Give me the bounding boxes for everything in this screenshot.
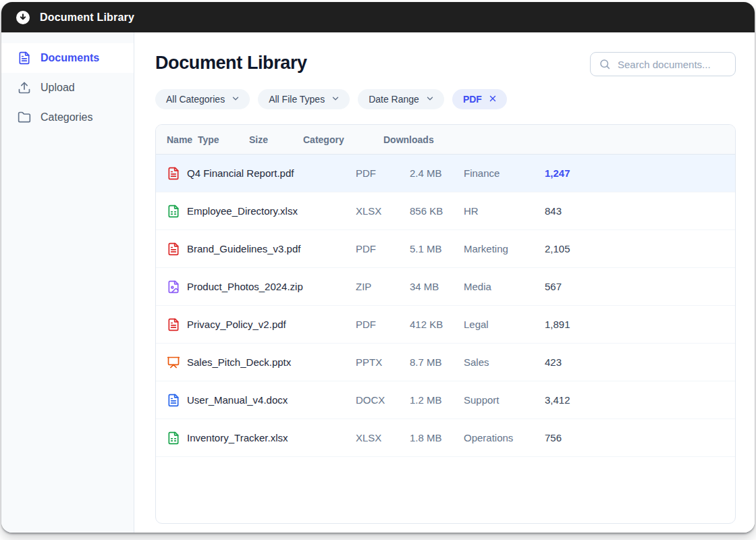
sidebar-item-upload[interactable]: Upload bbox=[1, 73, 134, 103]
filter-bar: All Categories All File Types Date Range bbox=[155, 89, 736, 109]
filter-label: All Categories bbox=[166, 94, 225, 105]
file-type: XLSX bbox=[356, 205, 410, 217]
file-name-cell: Inventory_Tracker.xlsx bbox=[167, 431, 356, 445]
column-header-downloads: Downloads bbox=[383, 134, 434, 145]
table-row[interactable]: Product_Photos_2024.zip ZIP 34 MB Media … bbox=[156, 268, 735, 306]
table-body: Q4 Financial Report.pdf PDF 2.4 MB Finan… bbox=[156, 155, 735, 457]
column-header-name: Name bbox=[167, 134, 198, 145]
upload-icon bbox=[18, 81, 31, 94]
column-header-category: Category bbox=[303, 134, 383, 145]
chevron-down-icon bbox=[231, 94, 240, 105]
spreadsheet-file-icon bbox=[167, 431, 180, 445]
x-icon[interactable] bbox=[488, 94, 497, 105]
file-downloads: 1,891 bbox=[545, 319, 570, 330]
table-row[interactable]: User_Manual_v4.docx DOCX 1.2 MB Support … bbox=[156, 381, 735, 419]
file-size: 856 KB bbox=[410, 205, 464, 217]
search-input[interactable] bbox=[590, 52, 736, 76]
file-name-cell: Product_Photos_2024.zip bbox=[167, 280, 356, 294]
page-title: Document Library bbox=[155, 51, 307, 74]
table-row[interactable]: Inventory_Tracker.xlsx XLSX 1.8 MB Opera… bbox=[156, 419, 735, 457]
file-size: 8.7 MB bbox=[410, 356, 464, 368]
chevron-down-icon bbox=[331, 94, 340, 105]
file-size: 412 KB bbox=[410, 319, 464, 330]
file-name: User_Manual_v4.docx bbox=[187, 394, 288, 406]
file-type: XLSX bbox=[356, 432, 410, 443]
sidebar-item-label: Categories bbox=[40, 111, 92, 124]
file-name: Employee_Directory.xlsx bbox=[187, 205, 298, 217]
active-filter-label: PDF bbox=[463, 94, 482, 105]
main-content: Document Library All Categories bbox=[134, 32, 755, 533]
file-category: Finance bbox=[464, 167, 545, 179]
file-name: Q4 Financial Report.pdf bbox=[187, 167, 294, 179]
file-name: Product_Photos_2024.zip bbox=[187, 281, 303, 292]
sidebar-item-label: Upload bbox=[40, 82, 75, 94]
pdf-file-icon bbox=[167, 242, 180, 256]
file-downloads: 2,105 bbox=[545, 243, 570, 254]
table-row[interactable]: Brand_Guidelines_v3.pdf PDF 5.1 MB Marke… bbox=[156, 230, 735, 268]
file-size: 1.8 MB bbox=[410, 432, 464, 443]
file-downloads: 756 bbox=[545, 432, 562, 443]
table-row[interactable]: Privacy_Policy_v2.pdf PDF 412 KB Legal 1… bbox=[156, 306, 735, 344]
titlebar: Document Library bbox=[1, 2, 755, 32]
file-downloads: 423 bbox=[545, 356, 562, 368]
app-window: Document Library Documents Upload bbox=[1, 2, 755, 533]
file-category: Operations bbox=[464, 432, 545, 443]
file-name: Privacy_Policy_v2.pdf bbox=[187, 319, 286, 330]
filter-dropdown-date-range[interactable]: Date Range bbox=[358, 89, 444, 109]
filter-dropdown-file-types[interactable]: All File Types bbox=[258, 89, 350, 109]
file-name-cell: Brand_Guidelines_v3.pdf bbox=[167, 242, 356, 256]
file-name-cell: Employee_Directory.xlsx bbox=[167, 205, 356, 218]
sidebar-item-categories[interactable]: Categories bbox=[1, 103, 134, 132]
file-type: PDF bbox=[356, 319, 410, 330]
filter-label: All File Types bbox=[269, 94, 325, 105]
filter-dropdown-categories[interactable]: All Categories bbox=[155, 89, 250, 109]
file-name-cell: User_Manual_v4.docx bbox=[167, 394, 356, 407]
filter-label: Date Range bbox=[369, 94, 419, 105]
folder-icon bbox=[18, 111, 31, 124]
documents-table: Name Type Size Category Downloads Q4 Fin… bbox=[155, 124, 736, 524]
file-category: Support bbox=[464, 394, 545, 406]
file-category: Sales bbox=[464, 356, 545, 368]
file-downloads: 843 bbox=[545, 205, 562, 217]
file-text-icon bbox=[18, 51, 31, 65]
download-circle-icon bbox=[15, 9, 31, 26]
search-box bbox=[590, 52, 736, 76]
file-type: DOCX bbox=[356, 394, 410, 406]
file-type: PDF bbox=[356, 243, 410, 254]
chevron-down-icon bbox=[425, 94, 435, 105]
file-name-cell: Privacy_Policy_v2.pdf bbox=[167, 318, 356, 331]
spreadsheet-file-icon bbox=[167, 205, 180, 218]
table-header: Name Type Size Category Downloads bbox=[156, 125, 735, 155]
column-header-type: Type bbox=[198, 134, 249, 145]
file-type: PDF bbox=[356, 167, 410, 179]
table-row[interactable]: Sales_Pitch_Deck.pptx PPTX 8.7 MB Sales … bbox=[156, 344, 735, 381]
pdf-file-icon bbox=[167, 318, 180, 331]
file-name: Sales_Pitch_Deck.pptx bbox=[187, 356, 291, 368]
file-category: HR bbox=[464, 205, 545, 217]
sidebar-item-documents[interactable]: Documents bbox=[1, 43, 134, 73]
column-header-size: Size bbox=[249, 134, 303, 145]
active-filter-chip-pdf[interactable]: PDF bbox=[452, 89, 507, 109]
file-category: Legal bbox=[464, 319, 545, 330]
file-size: 5.1 MB bbox=[410, 243, 464, 254]
file-name: Brand_Guidelines_v3.pdf bbox=[187, 243, 300, 254]
pdf-file-icon bbox=[167, 167, 180, 180]
sidebar-item-label: Documents bbox=[40, 52, 99, 64]
file-size: 2.4 MB bbox=[410, 167, 464, 179]
image-file-icon bbox=[167, 280, 180, 294]
search-icon bbox=[599, 58, 611, 73]
presentation-icon bbox=[167, 356, 180, 369]
file-downloads: 1,247 bbox=[545, 167, 570, 179]
sidebar: Documents Upload Categories bbox=[1, 32, 134, 533]
titlebar-title: Document Library bbox=[40, 11, 134, 24]
doc-file-icon bbox=[167, 394, 180, 407]
file-type: PPTX bbox=[356, 356, 410, 368]
file-name-cell: Sales_Pitch_Deck.pptx bbox=[167, 356, 356, 369]
file-name-cell: Q4 Financial Report.pdf bbox=[167, 167, 356, 180]
file-downloads: 567 bbox=[545, 281, 562, 292]
table-row[interactable]: Employee_Directory.xlsx XLSX 856 KB HR 8… bbox=[156, 192, 735, 230]
file-name: Inventory_Tracker.xlsx bbox=[187, 432, 288, 443]
table-row[interactable]: Q4 Financial Report.pdf PDF 2.4 MB Finan… bbox=[156, 155, 735, 192]
file-size: 1.2 MB bbox=[410, 394, 464, 406]
file-size: 34 MB bbox=[410, 281, 464, 292]
